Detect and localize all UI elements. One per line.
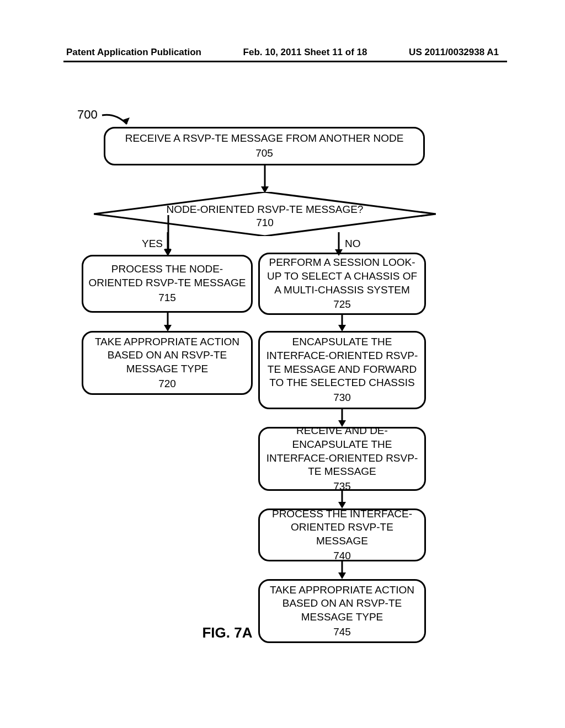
header-rule bbox=[63, 61, 507, 62]
box-720-text: TAKE APPROPRIATE ACTION BASED ON AN RSVP… bbox=[88, 335, 247, 376]
diagram-reference-label: 700 bbox=[77, 108, 98, 122]
box-735-text: RECEIVE AND DE-ENCAPSULATE THE INTERFACE… bbox=[264, 424, 420, 479]
diamond-left-stub-icon bbox=[93, 214, 170, 220]
header-center: Feb. 10, 2011 Sheet 11 of 18 bbox=[243, 47, 367, 58]
box-730-text: ENCAPSULATE THE INTERFACE-ORIENTED RSVP-… bbox=[264, 335, 420, 390]
box-725-ref: 725 bbox=[333, 298, 351, 312]
flowchart-box-725: PERFORM A SESSION LOOK-UP TO SELECT A CH… bbox=[258, 253, 426, 315]
flowchart-box-720: TAKE APPROPRIATE ACTION BASED ON AN RSVP… bbox=[82, 331, 253, 395]
box-705-text: RECEIVE A RSVP-TE MESSAGE FROM ANOTHER N… bbox=[125, 132, 404, 146]
box-745-text: TAKE APPROPRIATE ACTION BASED ON AN RSVP… bbox=[264, 584, 420, 624]
box-705-ref: 705 bbox=[255, 147, 273, 160]
flowchart-box-705: RECEIVE A RSVP-TE MESSAGE FROM ANOTHER N… bbox=[104, 127, 425, 165]
page-header: Patent Application Publication Feb. 10, … bbox=[0, 0, 565, 58]
arrow-715-to-720-icon bbox=[164, 313, 172, 333]
box-730-ref: 730 bbox=[333, 391, 351, 405]
svg-marker-0 bbox=[121, 117, 130, 124]
figure-label: FIG. 7A bbox=[0, 624, 565, 641]
arrow-705-to-710-icon bbox=[261, 165, 269, 194]
header-left: Patent Application Publication bbox=[66, 47, 201, 58]
box-725-text: PERFORM A SESSION LOOK-UP TO SELECT A CH… bbox=[264, 256, 420, 297]
arrow-yes-down-icon bbox=[164, 232, 172, 257]
flowchart-box-740: PROCESS THE INTERFACE-ORIENTED RSVP-TE M… bbox=[258, 508, 426, 561]
flowchart-box-715: PROCESS THE NODE-ORIENTED RSVP-TE MESSAG… bbox=[82, 255, 253, 313]
decision-no-label: NO bbox=[345, 238, 361, 250]
box-740-ref: 740 bbox=[333, 549, 351, 563]
arrow-725-to-730-icon bbox=[338, 315, 346, 333]
box-740-text: PROCESS THE INTERFACE-ORIENTED RSVP-TE M… bbox=[264, 507, 420, 548]
flowchart-box-730: ENCAPSULATE THE INTERFACE-ORIENTED RSVP-… bbox=[258, 331, 426, 409]
box-715-ref: 715 bbox=[158, 291, 176, 305]
flowchart-box-735: RECEIVE AND DE-ENCAPSULATE THE INTERFACE… bbox=[258, 427, 426, 491]
box-715-text: PROCESS THE NODE-ORIENTED RSVP-TE MESSAG… bbox=[88, 263, 247, 290]
figure-label-text: FIG. 7A bbox=[202, 624, 252, 641]
header-right: US 2011/0032938 A1 bbox=[409, 47, 499, 58]
svg-marker-19 bbox=[338, 572, 346, 579]
box-720-ref: 720 bbox=[158, 377, 176, 391]
arrow-740-to-745-icon bbox=[338, 561, 346, 580]
